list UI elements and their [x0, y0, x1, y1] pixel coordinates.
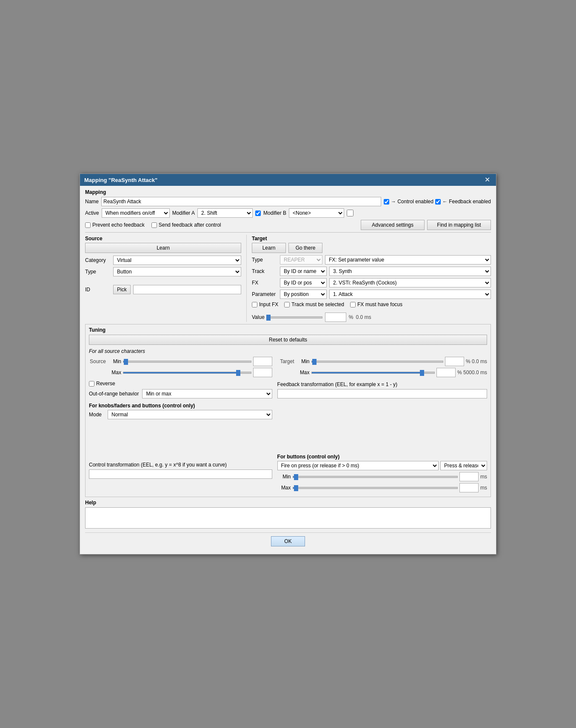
tuning-section: Tuning Reset to defaults For all source …: [85, 324, 491, 497]
active-select[interactable]: When modifiers on/off Always Never: [102, 208, 170, 218]
source-max-input[interactable]: 100: [253, 368, 272, 377]
target-fx-row: FX By ID or pos By name 2. VSTi: ReaSynt…: [252, 278, 491, 287]
source-label: Source: [85, 236, 241, 242]
buttons-min-input[interactable]: 0: [459, 472, 479, 481]
modifier-b-select[interactable]: <None> 1. Ctrl 2. Shift 3. Alt: [289, 208, 344, 218]
help-textarea[interactable]: [85, 507, 491, 529]
fx-by-select[interactable]: By ID or pos By name: [280, 278, 327, 287]
reset-defaults-button[interactable]: Reset to defaults: [89, 335, 487, 345]
track-must-checkbox[interactable]: [284, 302, 290, 307]
value-number-input[interactable]: 0: [325, 313, 346, 322]
category-select[interactable]: Virtual MIDI OSC: [113, 256, 241, 265]
control-enabled-checkbox[interactable]: [384, 199, 389, 205]
value-section: Value 0 % 0.0 ms: [252, 311, 491, 322]
find-in-mapping-button[interactable]: Find in mapping list: [427, 220, 491, 230]
target-max-input[interactable]: 100: [436, 368, 456, 377]
source-label-tuning: Source: [89, 358, 106, 364]
source-max-label: Max: [108, 370, 121, 375]
target-min-label: Min: [296, 358, 310, 364]
feedback-enabled-checkbox[interactable]: [435, 199, 441, 205]
buttons-section-label: For buttons (control only): [277, 454, 487, 460]
source-tuning: Source Min 0 Max: [89, 357, 272, 494]
modifier-a-select[interactable]: 2. Shift 1. Ctrl 3. Alt None: [197, 208, 253, 218]
input-fx-label: Input FX: [259, 301, 278, 307]
fx-value-select[interactable]: 2. VSTi: ReaSynth (Cockos) 1. VST: EQ: [329, 278, 491, 287]
send-feedback-checkbox[interactable]: [151, 222, 157, 228]
value-slider-track[interactable]: [267, 316, 322, 318]
dialog-body: Mapping Name → Control enabled ← Feedbac…: [80, 186, 496, 554]
prevent-echo-label: Prevent echo feedback: [92, 222, 145, 228]
target-section: Target Learn Go there Type REAPER FX: Se…: [247, 235, 491, 322]
target-fx-param-select[interactable]: FX: Set parameter value: [325, 255, 491, 264]
name-label: Name: [85, 199, 99, 205]
advanced-settings-button[interactable]: Advanced settings: [361, 220, 425, 230]
target-type-reaper-select[interactable]: REAPER: [280, 255, 322, 264]
fx-checkboxes: Input FX Track must be selected FX must …: [252, 301, 491, 307]
knobs-section: For knobs/faders and buttons (control on…: [89, 403, 272, 419]
source-min-input[interactable]: 0: [253, 357, 272, 366]
target-tuning: Target Min 0 % 0.0 ms Max: [272, 357, 487, 494]
mapping-dialog: Mapping "ReaSynth Attack" ✕ Mapping Name…: [80, 173, 496, 555]
target-max-label: Max: [296, 370, 310, 375]
dialog-title: Mapping "ReaSynth Attack": [84, 177, 157, 183]
modifier-a-checkbox[interactable]: [255, 210, 261, 216]
source-max-row: Max 100: [89, 368, 272, 377]
fire-row: Fire on press (or release if > 0 ms) Fir…: [277, 461, 487, 470]
reverse-row: Reverse: [89, 381, 272, 387]
target-track-row: Track By ID or name By position By name …: [252, 267, 491, 276]
id-input[interactable]: 14: [133, 285, 241, 294]
track-value-select[interactable]: 3. Synth 1. Drums 2. Bass: [329, 267, 491, 276]
ok-bar: OK: [85, 532, 491, 550]
buttons-max-input[interactable]: 0: [459, 483, 479, 492]
tuning-label: Tuning: [89, 327, 487, 333]
fx-label: FX: [252, 280, 277, 286]
target-type-row: Type REAPER FX: Set parameter value: [252, 255, 491, 264]
prevent-echo-checkbox[interactable]: [85, 222, 91, 228]
help-section: Help: [85, 500, 491, 530]
name-row: Name → Control enabled ← Feedback enable…: [85, 197, 491, 206]
mode-select[interactable]: Normal Toggle Relative: [108, 410, 272, 419]
for-all-label: For all source characters: [89, 348, 487, 354]
source-min-label: Min: [108, 358, 121, 364]
pick-button[interactable]: Pick: [113, 285, 131, 294]
feedback-transform-input[interactable]: [277, 389, 487, 398]
track-by-select[interactable]: By ID or name By position By name: [280, 267, 327, 276]
source-learn-button[interactable]: Learn: [85, 243, 241, 253]
source-max-slider[interactable]: [123, 372, 251, 374]
target-param-row: Parameter By position By name By ID 1. A…: [252, 290, 491, 299]
close-button[interactable]: ✕: [483, 176, 492, 183]
prevent-echo-group: Prevent echo feedback: [85, 222, 145, 228]
id-label: ID: [85, 287, 111, 293]
target-max-slider[interactable]: [311, 372, 435, 374]
control-transform-input[interactable]: [89, 469, 272, 479]
reverse-checkbox[interactable]: [89, 381, 94, 387]
press-release-select[interactable]: Press & release Press only Release only: [440, 461, 487, 470]
fire-select[interactable]: Fire on press (or release if > 0 ms) Fir…: [277, 461, 439, 470]
feedback-enabled-label: ← Feedback enabled: [442, 199, 491, 205]
target-label: Target: [252, 236, 491, 242]
target-learn-button[interactable]: Learn: [252, 243, 286, 253]
control-enabled-label: → Control enabled: [391, 199, 433, 205]
help-label: Help: [85, 500, 491, 506]
param-by-select[interactable]: By position By name By ID: [280, 290, 327, 299]
source-type-select[interactable]: Button Knob Fader: [113, 267, 241, 276]
target-min-input[interactable]: 0: [445, 357, 464, 366]
source-min-slider[interactable]: [123, 361, 251, 363]
fx-must-checkbox[interactable]: [350, 302, 356, 307]
out-of-range-select[interactable]: Min or max Wrap Clamp: [142, 389, 272, 398]
target-min-row: Target Min 0 % 0.0 ms: [277, 357, 487, 366]
mode-label: Mode: [89, 412, 106, 418]
buttons-min-slider[interactable]: [293, 476, 458, 478]
feedback-transform-section: Feedback transformation (EEL, for exampl…: [277, 381, 487, 398]
modifier-b-checkbox[interactable]: [347, 210, 354, 216]
buttons-min-label: Min: [277, 474, 291, 480]
input-fx-checkbox[interactable]: [252, 302, 257, 307]
buttons-max-slider[interactable]: [293, 487, 458, 489]
target-min-slider[interactable]: [311, 361, 443, 363]
send-feedback-label: Send feedback after control: [159, 222, 221, 228]
ok-button[interactable]: OK: [271, 536, 305, 546]
param-value-select[interactable]: 1. Attack 2. Decay 3. Sustain 4. Release: [329, 290, 491, 299]
go-there-button[interactable]: Go there: [288, 243, 322, 253]
name-input[interactable]: [101, 197, 381, 206]
send-feedback-group: Send feedback after control: [151, 222, 221, 228]
